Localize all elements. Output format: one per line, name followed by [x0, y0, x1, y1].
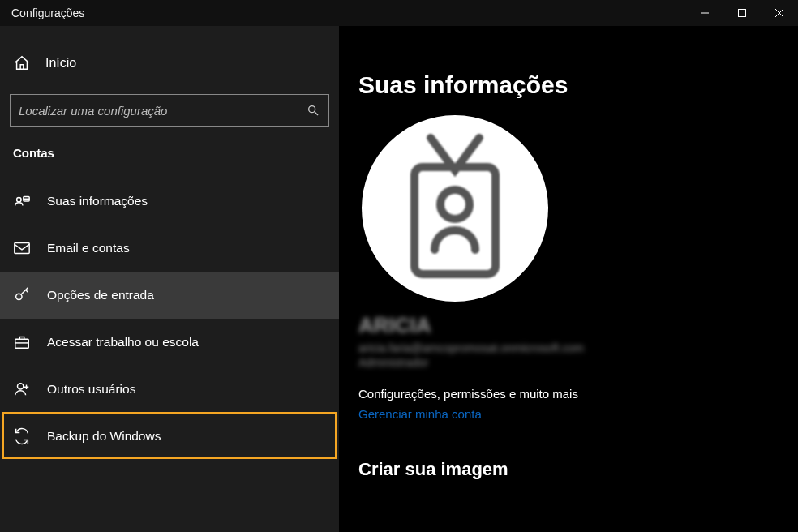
key-icon — [13, 286, 31, 304]
search-input[interactable] — [10, 94, 329, 127]
sidebar-item-backup[interactable]: Backup do Windows — [0, 413, 339, 460]
sidebar-item-other-users[interactable]: Outros usuários — [0, 366, 339, 413]
sidebar-item-label: Email e contas — [47, 241, 130, 255]
briefcase-icon — [13, 333, 31, 351]
create-image-heading: Criar sua imagem — [358, 459, 782, 480]
svg-point-18 — [440, 190, 470, 219]
sidebar-item-label: Acessar trabalho ou escola — [47, 335, 199, 350]
mail-icon — [13, 239, 31, 257]
maximize-button[interactable] — [723, 0, 761, 26]
sidebar-nav: Suas informações Email e contas — [0, 178, 339, 460]
main-content: Suas informações ARICIA aricia.faria@amc… — [339, 26, 798, 532]
sidebar-item-signin-options[interactable]: Opções de entrada — [0, 272, 339, 319]
badge-icon — [390, 131, 520, 285]
svg-point-10 — [16, 294, 22, 299]
svg-rect-9 — [15, 243, 29, 254]
window-title: Configurações — [0, 6, 84, 19]
avatar — [362, 115, 548, 302]
section-label: Contas — [0, 141, 339, 169]
sync-icon — [13, 427, 31, 445]
svg-point-6 — [17, 197, 21, 202]
info-more-label: Configurações, permissões e muito mais — [358, 387, 782, 401]
home-button[interactable]: Início — [0, 45, 339, 81]
user-name: ARICIA — [358, 313, 782, 338]
search-field[interactable] — [19, 104, 306, 118]
home-icon — [13, 54, 31, 72]
user-email: aricia.faria@amcopromosat.onmicrosoft.co… — [358, 341, 782, 354]
sidebar-item-label: Outros usuários — [47, 382, 135, 397]
svg-point-4 — [309, 106, 315, 113]
manage-account-link[interactable]: Gerenciar minha conta — [358, 407, 482, 421]
titlebar: Configurações — [0, 0, 798, 26]
svg-line-5 — [315, 112, 318, 115]
sidebar-item-label: Opções de entrada — [47, 288, 154, 302]
person-badge-icon — [13, 192, 31, 210]
sidebar-item-label: Backup do Windows — [47, 429, 161, 444]
close-button[interactable] — [761, 0, 798, 26]
window-controls — [686, 0, 798, 26]
minimize-button[interactable] — [686, 0, 723, 26]
user-role: Administrador — [358, 356, 782, 369]
search-icon — [306, 103, 320, 118]
page-title: Suas informações — [358, 71, 782, 99]
svg-rect-11 — [15, 339, 29, 348]
home-label: Início — [45, 56, 76, 71]
person-add-icon — [13, 380, 31, 398]
sidebar-item-label: Suas informações — [47, 194, 148, 208]
sidebar-item-email-accounts[interactable]: Email e contas — [0, 225, 339, 272]
sidebar-item-your-info[interactable]: Suas informações — [0, 178, 339, 225]
svg-point-13 — [18, 384, 24, 389]
sidebar: Início Contas — [0, 26, 339, 532]
sidebar-item-work-school[interactable]: Acessar trabalho ou escola — [0, 319, 339, 366]
svg-rect-1 — [739, 10, 746, 17]
